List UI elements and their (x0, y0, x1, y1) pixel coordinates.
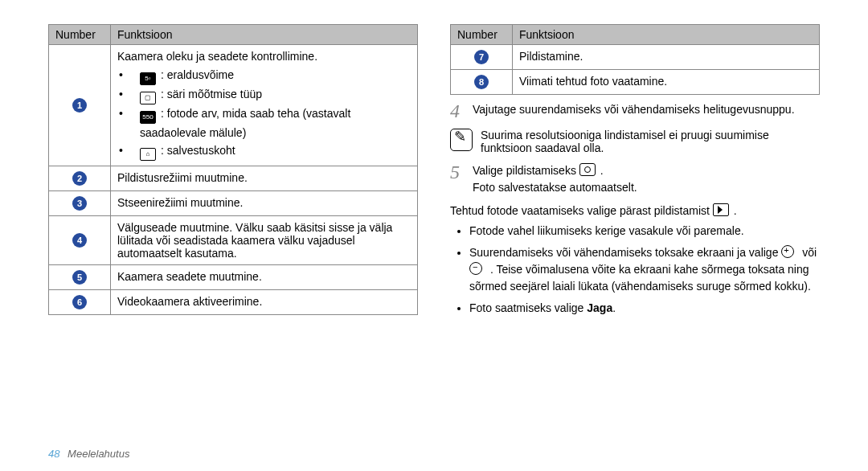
table-row: 2 Pildistusrežiimi muutmine. (49, 166, 418, 191)
row1-desc: Kaamera oleku ja seadete kontrollimine. (117, 50, 317, 63)
table-row: 3 Stseenirežiimi muutmine. (49, 191, 418, 216)
table-row: 4 Välguseade muutmine. Välku saab käsits… (49, 216, 418, 265)
resolution-icon: 5▫ (140, 72, 156, 85)
zoom-in-icon (781, 245, 794, 258)
functions-table-left: Number Funktsioon 1 Kaamera oleku ja sea… (48, 24, 418, 315)
table-row: 5 Kaamera seadete muutmine. (49, 265, 418, 290)
table-row: 6 Videokaamera aktiveerimine. (49, 290, 418, 315)
bullet-list: Fotode vahel liikumiseks kerige vasakule… (450, 223, 820, 317)
step-number-5: 5 (450, 162, 465, 196)
th-function: Funktsioon (513, 25, 820, 45)
badge-5: 5 (72, 270, 87, 285)
table-row: 7 Pildistamine. (451, 45, 820, 70)
th-function: Funktsioon (111, 25, 418, 45)
badge-8: 8 (474, 75, 489, 89)
badge-6: 6 (72, 295, 87, 309)
step-4: 4 Vajutage suurendamiseks või vähendamis… (450, 101, 820, 121)
badge-7: 7 (474, 50, 489, 64)
after-step5: Tehtud fotode vaatamiseks valige pärast … (450, 203, 820, 219)
zoom-out-icon (469, 262, 482, 275)
right-column: Number Funktsioon 7 Pildistamine. 8 Viim… (450, 24, 820, 471)
note-icon (450, 129, 473, 151)
list-item: Fotode vahel liikumiseks kerige vasakule… (469, 223, 820, 240)
storage-icon: ⌂ (140, 148, 156, 161)
functions-table-right: Number Funktsioon 7 Pildistamine. 8 Viim… (450, 24, 820, 95)
th-number: Number (451, 25, 513, 45)
th-number: Number (49, 25, 111, 45)
note-box: Suurima resolutsiooniga lindistamisel ei… (450, 129, 820, 154)
note-text: Suurima resolutsiooniga lindistamisel ei… (481, 129, 820, 154)
table-row: 1 Kaamera oleku ja seadete kontrollimine… (49, 45, 418, 166)
left-column: Number Funktsioon 1 Kaamera oleku ja sea… (48, 24, 418, 471)
count-icon: 550 (140, 111, 156, 124)
page-number: 48 (48, 448, 59, 460)
badge-4: 4 (72, 233, 87, 248)
step-5: 5 Valige pildistamiseks . Foto salvestat… (450, 162, 820, 196)
badge-2: 2 (72, 171, 87, 186)
step-number-4: 4 (450, 101, 465, 121)
list-item: Foto saatmiseks valige Jaga. (469, 300, 820, 317)
badge-3: 3 (72, 196, 87, 211)
play-icon (713, 203, 729, 216)
page: Number Funktsioon 1 Kaamera oleku ja sea… (0, 0, 868, 471)
metering-icon: ▢ (140, 92, 156, 104)
row1-bullets: 5▫: eraldusvõime ▢: säri mõõtmise tüüp 5… (117, 66, 411, 161)
camera-icon (579, 163, 596, 176)
table-row: 8 Viimati tehtud foto vaatamine. (451, 70, 820, 95)
section-name: Meelelahutus (68, 448, 129, 460)
badge-1: 1 (72, 98, 87, 113)
list-item: Suurendamiseks või vähendamiseks toksake… (469, 244, 820, 295)
footer: 48 Meelelahutus (48, 448, 129, 460)
